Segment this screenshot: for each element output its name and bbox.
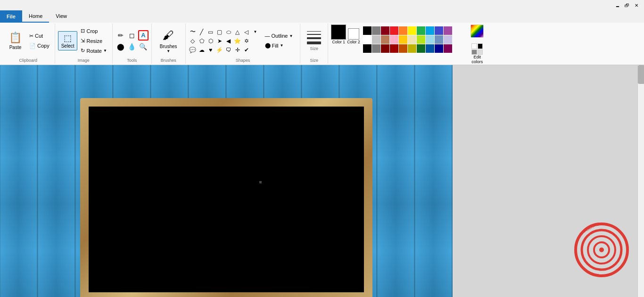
ribbon-group-brushes: 🖌 Brushes ▼ Brushes	[152, 24, 186, 64]
palette-color-25[interactable]	[408, 44, 416, 53]
palette-color-11[interactable]	[372, 35, 380, 44]
tools-group-label: Tools	[127, 57, 137, 63]
pencil-tool[interactable]: ✏	[116, 30, 126, 41]
palette-color-4[interactable]	[399, 26, 407, 35]
palette-color-5[interactable]	[408, 26, 416, 35]
palette-color-1[interactable]	[372, 26, 380, 35]
canvas-area[interactable]	[0, 65, 453, 297]
color2-group: Color 2	[347, 25, 360, 44]
edit-colors-button[interactable]: Edit colors	[465, 39, 489, 69]
shape-star5[interactable]: ⭐	[233, 37, 242, 45]
palette-color-6[interactable]	[417, 26, 425, 35]
palette-color-24[interactable]	[399, 44, 407, 53]
palette-color-15[interactable]	[408, 35, 416, 44]
palette-color-8[interactable]	[435, 26, 443, 35]
rainbow-color-button[interactable]	[471, 25, 484, 38]
paste-button[interactable]: 📋 Paste	[5, 26, 26, 56]
shape-triangle[interactable]: △	[233, 28, 242, 36]
rotate-button[interactable]: ↻ Rotate ▼	[78, 46, 109, 56]
canvas-image[interactable]	[0, 65, 453, 297]
image-group-label: Image	[78, 57, 90, 63]
copy-button[interactable]: 📄 Copy	[27, 41, 52, 50]
palette-color-21[interactable]	[372, 44, 380, 53]
palette-color-28[interactable]	[435, 44, 443, 53]
shape-pentagon[interactable]: ⬠	[198, 37, 206, 45]
image-actions: ⊡ Crop ⇲ Resize ↻ Rotate ▼	[78, 26, 109, 56]
crop-button[interactable]: ⊡ Crop	[78, 26, 109, 36]
resize-label: Resize	[86, 38, 102, 44]
shape-lightning[interactable]: ⚡	[215, 46, 224, 54]
size-line-2	[307, 34, 321, 35]
outline-button[interactable]: — Outline ▼	[263, 32, 296, 40]
palette-color-14[interactable]	[399, 35, 407, 44]
shape-triangle2[interactable]: ◁	[242, 28, 251, 36]
canvas-container: KEEPONDISITAL	[0, 65, 644, 297]
shape-plus[interactable]: ✛	[233, 46, 242, 54]
shape-ellipse[interactable]: ⬭	[224, 28, 233, 36]
close-button[interactable]: ✕	[633, 1, 640, 9]
maximize-button[interactable]: 🗗	[623, 1, 631, 9]
eraser-tool[interactable]: ◻	[127, 30, 137, 41]
shape-diamond[interactable]: ◇	[189, 37, 197, 45]
shape-arrow-left[interactable]: ◀	[224, 37, 233, 45]
shape-bubble[interactable]: 💬	[189, 46, 197, 54]
title-bar-controls: 🗕 🗗 ✕	[614, 1, 640, 9]
color1-swatch[interactable]	[331, 25, 346, 40]
cut-button[interactable]: ✂ Cut	[27, 31, 52, 41]
vertical-scrollbar[interactable]	[637, 65, 644, 297]
magnifier-tool[interactable]: 🔍	[138, 41, 149, 52]
color-picker-tool[interactable]: 💧	[127, 41, 137, 52]
palette-color-19[interactable]	[444, 35, 452, 44]
text-tool[interactable]: A	[138, 30, 149, 41]
shape-heart[interactable]: ♥	[206, 46, 215, 54]
palette-color-17[interactable]	[426, 35, 434, 44]
shape-cloud[interactable]: ☁	[198, 46, 206, 54]
tab-file[interactable]: File	[0, 10, 22, 23]
fill-button[interactable]: ⬤ Fill ▼	[263, 41, 296, 50]
select-icon: ⬚	[64, 33, 72, 43]
palette-color-9[interactable]	[444, 26, 452, 35]
ribbon-group-tools: ✏ ◻ A ⬤ 💧 🔍 Tools	[113, 24, 152, 64]
shape-check[interactable]: ✔	[242, 46, 251, 54]
palette-color-18[interactable]	[435, 35, 443, 44]
palette-color-2[interactable]	[381, 26, 389, 35]
palette-color-12[interactable]	[381, 35, 389, 44]
palette-color-22[interactable]	[381, 44, 389, 53]
shape-roundrect[interactable]: ▢	[215, 28, 224, 36]
palette-color-16[interactable]	[417, 35, 425, 44]
shape-more[interactable]: ▼	[251, 28, 260, 36]
scrollbar-thumb[interactable]	[638, 65, 644, 84]
fill-label: Fill	[272, 43, 279, 49]
shape-curve[interactable]: 〜	[189, 28, 197, 36]
palette-color-7[interactable]	[426, 26, 434, 35]
brushes-button[interactable]: 🖌 Brushes ▼	[155, 26, 182, 56]
select-button[interactable]: ⬚ Select	[58, 31, 78, 50]
palette-color-26[interactable]	[417, 44, 425, 53]
palette-color-3[interactable]	[390, 26, 398, 35]
shape-star6[interactable]: ✡	[242, 37, 251, 45]
resize-button[interactable]: ⇲ Resize	[78, 36, 109, 46]
shape-callout[interactable]: 🗨	[224, 46, 233, 54]
color2-swatch[interactable]	[348, 28, 359, 40]
tab-home[interactable]: Home	[22, 10, 49, 23]
palette-color-29[interactable]	[444, 44, 452, 53]
palette-color-0[interactable]	[363, 26, 372, 35]
shape-rect[interactable]: ▭	[206, 28, 215, 36]
shape-arrow-right[interactable]: ➤	[215, 37, 224, 45]
fill-tool[interactable]: ⬤	[116, 41, 126, 52]
shape-line[interactable]: ╱	[198, 28, 206, 36]
palette-color-20[interactable]	[363, 44, 372, 53]
size-lines-container: Size	[307, 31, 321, 51]
palette-color-27[interactable]	[426, 44, 434, 53]
shape-hexagon[interactable]: ⬡	[206, 37, 215, 45]
palette-color-10[interactable]	[363, 35, 372, 44]
tab-view[interactable]: View	[49, 10, 74, 23]
resize-handle[interactable]	[259, 181, 262, 183]
brushes-icon: 🖌	[163, 29, 174, 42]
wood-plank-11	[377, 65, 415, 297]
palette-color-23[interactable]	[390, 44, 398, 53]
minimize-button[interactable]: 🗕	[614, 1, 621, 9]
color1-label: Color 1	[332, 40, 345, 44]
palette-color-13[interactable]	[390, 35, 398, 44]
color-palette	[363, 26, 454, 53]
